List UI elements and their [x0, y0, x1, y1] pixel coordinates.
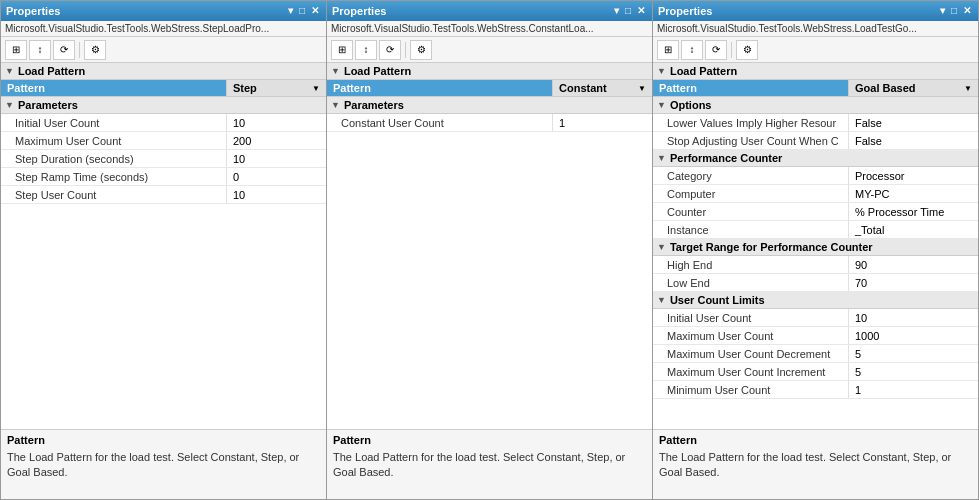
load-pattern-label: Load Pattern — [344, 65, 411, 77]
property-value[interactable]: 10 — [226, 114, 326, 131]
panel-footer: PatternThe Load Pattern for the load tes… — [327, 429, 652, 499]
table-row: Initial User Count10 — [1, 114, 326, 132]
properties-toolbar: ⊞↕⟳⚙ — [653, 37, 978, 63]
property-pages-button[interactable]: ⚙ — [410, 40, 432, 60]
pin-button[interactable]: ▾ — [938, 6, 947, 16]
property-value[interactable]: 1000 — [848, 327, 978, 344]
table-row: Maximum User Count Decrement5 — [653, 345, 978, 363]
maximize-button[interactable]: □ — [297, 6, 307, 16]
titlebar-controls: ▾□✕ — [612, 6, 647, 16]
load-pattern-section-header[interactable]: ▼Load Pattern — [327, 63, 652, 80]
column-header: PatternGoal Based▼ — [653, 80, 978, 97]
property-name: Maximum User Count — [1, 132, 226, 149]
grid-icon[interactable]: ⊞ — [331, 40, 353, 60]
filter-icon[interactable]: ⟳ — [53, 40, 75, 60]
grid-icon[interactable]: ⊞ — [657, 40, 679, 60]
property-name: Step Ramp Time (seconds) — [1, 168, 226, 185]
property-value[interactable]: 10 — [226, 150, 326, 167]
property-value[interactable]: 10 — [848, 309, 978, 326]
close-button[interactable]: ✕ — [309, 6, 321, 16]
column-pattern: Pattern — [1, 80, 226, 96]
property-value[interactable]: False — [848, 132, 978, 149]
section-toggle-icon: ▼ — [5, 100, 14, 110]
section-label: Options — [670, 99, 712, 111]
sort-icon[interactable]: ↕ — [29, 40, 51, 60]
property-value[interactable]: 0 — [226, 168, 326, 185]
property-value[interactable]: 5 — [848, 363, 978, 380]
column-value-text: Step — [233, 82, 257, 94]
footer-title: Pattern — [333, 434, 646, 446]
panel-subtitle: Microsoft.VisualStudio.TestTools.WebStre… — [653, 21, 978, 37]
property-value[interactable]: 1 — [848, 381, 978, 398]
property-name: Instance — [653, 221, 848, 238]
property-value[interactable]: Processor — [848, 167, 978, 184]
section-header-targetRange[interactable]: ▼Target Range for Performance Counter — [653, 239, 978, 256]
section-label: Performance Counter — [670, 152, 782, 164]
table-row: Constant User Count1 — [327, 114, 652, 132]
property-value[interactable]: % Processor Time — [848, 203, 978, 220]
property-value[interactable]: 90 — [848, 256, 978, 273]
property-name: Maximum User Count — [653, 327, 848, 344]
panel-step: Properties▾□✕Microsoft.VisualStudio.Test… — [0, 0, 327, 500]
close-button[interactable]: ✕ — [961, 6, 973, 16]
panel-titlebar: Properties▾□✕ — [327, 1, 652, 21]
filter-icon[interactable]: ⟳ — [705, 40, 727, 60]
table-row: Minimum User Count1 — [653, 381, 978, 399]
column-header: PatternStep▼ — [1, 80, 326, 97]
section-header-performanceCounter[interactable]: ▼Performance Counter — [653, 150, 978, 167]
dropdown-arrow-icon[interactable]: ▼ — [638, 84, 646, 93]
load-pattern-section-header[interactable]: ▼Load Pattern — [1, 63, 326, 80]
table-row: ComputerMY-PC — [653, 185, 978, 203]
footer-description: The Load Pattern for the load test. Sele… — [7, 450, 320, 481]
property-name: Maximum User Count Increment — [653, 363, 848, 380]
property-name: Low End — [653, 274, 848, 291]
property-value[interactable]: 5 — [848, 345, 978, 362]
panel-titlebar: Properties▾□✕ — [1, 1, 326, 21]
section-toggle-icon: ▼ — [657, 100, 666, 110]
filter-icon[interactable]: ⟳ — [379, 40, 401, 60]
column-pattern: Pattern — [327, 80, 552, 96]
panel-constant: Properties▾□✕Microsoft.VisualStudio.Test… — [327, 0, 653, 500]
section-header-userCountLimits[interactable]: ▼User Count Limits — [653, 292, 978, 309]
table-row: Step User Count10 — [1, 186, 326, 204]
section-header-parameters[interactable]: ▼Parameters — [327, 97, 652, 114]
property-value[interactable]: 200 — [226, 132, 326, 149]
properties-content: ▼Load PatternPatternConstant▼▼Parameters… — [327, 63, 652, 429]
property-value[interactable]: 10 — [226, 186, 326, 203]
section-label: User Count Limits — [670, 294, 765, 306]
load-pattern-section-header[interactable]: ▼Load Pattern — [653, 63, 978, 80]
maximize-button[interactable]: □ — [949, 6, 959, 16]
property-name: Computer — [653, 185, 848, 202]
table-row: Maximum User Count Increment5 — [653, 363, 978, 381]
maximize-button[interactable]: □ — [623, 6, 633, 16]
property-pages-button[interactable]: ⚙ — [84, 40, 106, 60]
toolbar-separator — [405, 42, 406, 58]
dropdown-arrow-icon[interactable]: ▼ — [312, 84, 320, 93]
close-button[interactable]: ✕ — [635, 6, 647, 16]
table-row: Initial User Count10 — [653, 309, 978, 327]
sort-icon[interactable]: ↕ — [681, 40, 703, 60]
section-toggle-icon: ▼ — [657, 295, 666, 305]
property-value[interactable]: 1 — [552, 114, 652, 131]
section-header-parameters[interactable]: ▼Parameters — [1, 97, 326, 114]
property-name: High End — [653, 256, 848, 273]
table-row: Stop Adjusting User Count When CFalse — [653, 132, 978, 150]
property-value[interactable]: 70 — [848, 274, 978, 291]
table-row: CategoryProcessor — [653, 167, 978, 185]
property-value[interactable]: MY-PC — [848, 185, 978, 202]
grid-icon[interactable]: ⊞ — [5, 40, 27, 60]
table-row: Step Ramp Time (seconds)0 — [1, 168, 326, 186]
load-pattern-label: Load Pattern — [18, 65, 85, 77]
pin-button[interactable]: ▾ — [286, 6, 295, 16]
section-header-options[interactable]: ▼Options — [653, 97, 978, 114]
panel-title: Properties — [332, 5, 386, 17]
pin-button[interactable]: ▾ — [612, 6, 621, 16]
table-row: Low End70 — [653, 274, 978, 292]
property-pages-button[interactable]: ⚙ — [736, 40, 758, 60]
sort-icon[interactable]: ↕ — [355, 40, 377, 60]
section-label: Parameters — [18, 99, 78, 111]
property-value[interactable]: False — [848, 114, 978, 131]
property-value[interactable]: _Total — [848, 221, 978, 238]
property-name: Initial User Count — [653, 309, 848, 326]
dropdown-arrow-icon[interactable]: ▼ — [964, 84, 972, 93]
